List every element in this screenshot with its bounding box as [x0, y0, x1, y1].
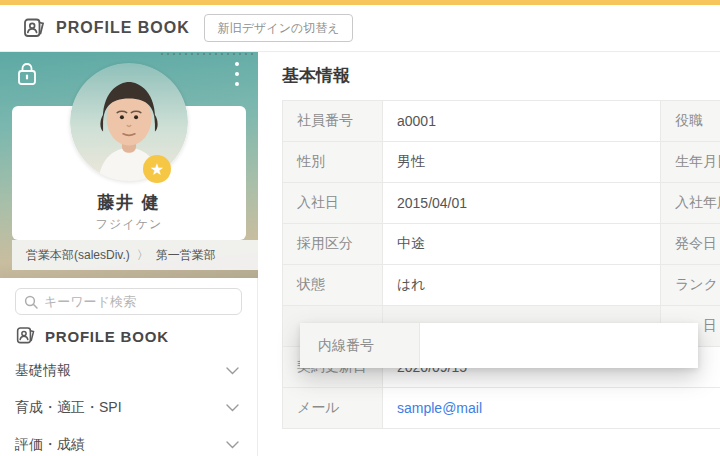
app-title: PROFILE BOOK: [56, 19, 190, 37]
breadcrumb-separator: 〉: [137, 247, 149, 264]
table-row: 性別男性生年月日: [283, 142, 720, 183]
sidebar: ★ 藤井 健 フジイケン 営業本部(salesDiv.) 〉 第一営業部: [0, 52, 258, 456]
profile-kana: フジイケン: [12, 216, 246, 233]
sidebar-menu: 基礎情報育成・適正・SPI評価・成績: [0, 352, 257, 456]
field-label: 入社年度: [661, 183, 720, 223]
table-row: 状態はれランク: [283, 265, 720, 306]
keyword-search: [15, 288, 242, 315]
basic-info-table: 社員番号a0001役職性別男性生年月日入社日2015/04/01入社年度採用区分…: [282, 100, 720, 429]
field-label: 採用区分: [283, 224, 383, 264]
field-value: a0001: [383, 101, 661, 141]
field-label: ランク: [661, 265, 720, 305]
field-value: sample@mail: [383, 388, 720, 428]
breadcrumb-org[interactable]: 営業本部(salesDiv.): [26, 247, 130, 264]
field-value: はれ: [383, 265, 661, 305]
field-label: 入社日: [283, 183, 383, 223]
design-toggle-button[interactable]: 新旧デザインの切替え: [204, 14, 354, 42]
table-row: 社員番号a0001役職: [283, 101, 720, 142]
profile-name: 藤井 健: [12, 191, 246, 214]
sidebar-menu-item-0[interactable]: 基礎情報: [0, 352, 257, 389]
sidebar-section-title: PROFILE BOOK: [15, 323, 169, 349]
field-label: 社員番号: [283, 101, 383, 141]
card-menu-kebab-icon[interactable]: [230, 62, 244, 90]
lock-icon[interactable]: [14, 60, 40, 88]
sidebar-menu-item-2[interactable]: 評価・成績: [0, 426, 257, 456]
app-window: PROFILE BOOK 新旧デザインの切替え: [0, 0, 720, 456]
table-row: 入社日2015/04/01入社年度: [283, 183, 720, 224]
dots-decoration: [159, 52, 254, 58]
field-label: 役職: [661, 101, 720, 141]
profile-book-badge-icon: [15, 325, 37, 347]
field-value: 2015/04/01: [383, 183, 661, 223]
breadcrumb: 営業本部(salesDiv.) 〉 第一営業部: [12, 240, 258, 270]
page-title: 基本情報: [282, 64, 350, 87]
search-icon: [24, 295, 38, 309]
chevron-down-icon: [226, 404, 239, 412]
field-label: 発令日: [661, 224, 720, 264]
field-value: 中途: [383, 224, 661, 264]
dragged-row-label: 内線番号: [300, 323, 420, 368]
field-label: 性別: [283, 142, 383, 182]
profile-book-badge-icon: [22, 16, 47, 41]
email-link[interactable]: sample@mail: [397, 400, 482, 416]
sidebar-menu-item-1[interactable]: 育成・適正・SPI: [0, 389, 257, 426]
table-row: 採用区分中途発令日: [283, 224, 720, 265]
app-logo[interactable]: PROFILE BOOK: [22, 16, 190, 41]
app-header: PROFILE BOOK 新旧デザインの切替え: [0, 5, 720, 52]
menu-item-label: 基礎情報: [15, 362, 71, 380]
avatar[interactable]: [70, 63, 188, 181]
dragged-row-value: [420, 323, 698, 368]
field-value: 男性: [383, 142, 661, 182]
star-badge-icon: ★: [143, 155, 171, 183]
field-label: 状態: [283, 265, 383, 305]
menu-item-label: 育成・適正・SPI: [15, 399, 122, 417]
profile-card: ★ 藤井 健 フジイケン 営業本部(salesDiv.) 〉 第一営業部: [0, 52, 258, 278]
main-panel: 基本情報 社員番号a0001役職性別男性生年月日入社日2015/04/01入社年…: [258, 52, 720, 456]
chevron-down-icon: [226, 441, 239, 449]
field-label: 生年月日: [661, 142, 720, 182]
breadcrumb-dept[interactable]: 第一営業部: [156, 247, 216, 264]
table-row: メールsample@mail: [283, 388, 720, 429]
search-input[interactable]: [44, 294, 241, 309]
dragged-row-card[interactable]: 内線番号: [300, 323, 698, 368]
field-label: メール: [283, 388, 383, 428]
chevron-down-icon: [226, 367, 239, 375]
menu-item-label: 評価・成績: [15, 436, 85, 454]
